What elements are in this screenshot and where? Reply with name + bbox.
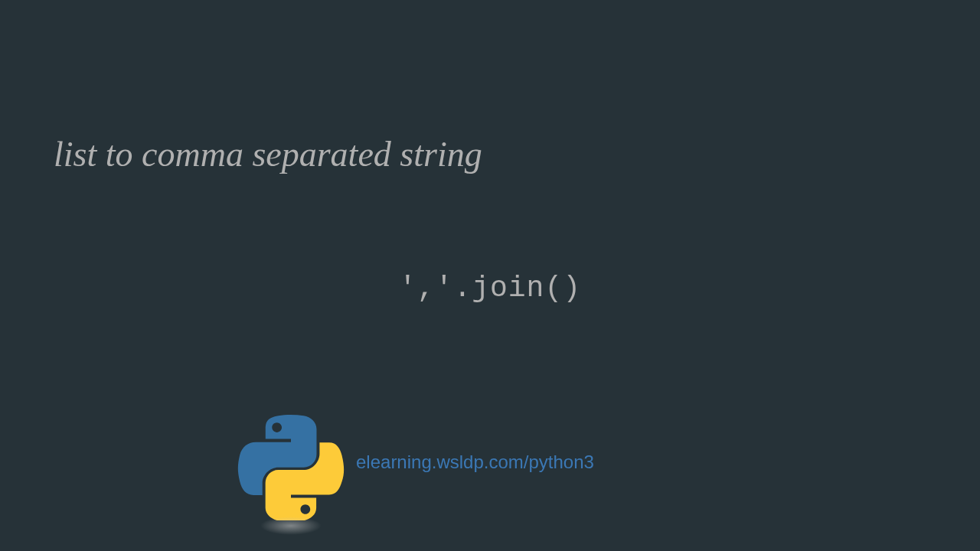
code-snippet: ','.join() xyxy=(0,272,980,305)
python-logo-icon xyxy=(237,413,345,520)
slide-title: list to comma separated string xyxy=(54,134,482,174)
source-url: elearning.wsldp.com/python3 xyxy=(356,452,594,473)
python-logo xyxy=(237,413,345,543)
logo-shadow xyxy=(260,517,322,535)
